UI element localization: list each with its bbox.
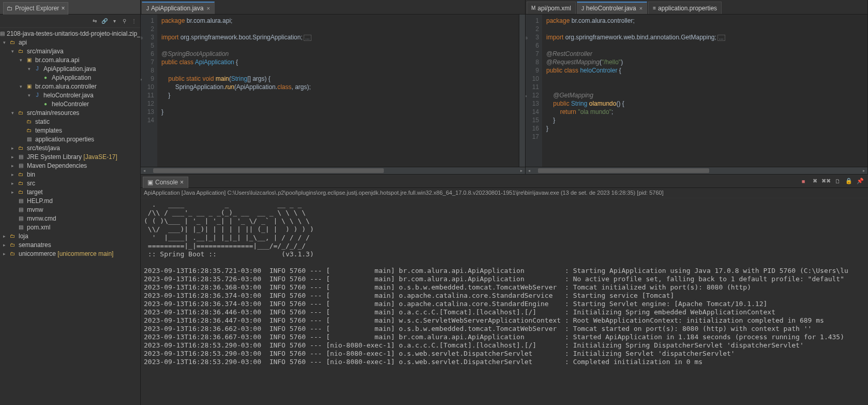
tree-item[interactable]: 🗀src/main/resources xyxy=(0,108,140,117)
expand-arrow-icon[interactable] xyxy=(8,110,17,115)
tree-item[interactable]: 🗀api xyxy=(0,38,140,47)
code-line[interactable] xyxy=(546,25,867,33)
expand-arrow-icon[interactable] xyxy=(17,57,25,63)
explorer-tab[interactable]: 🗀 Project Explorer × xyxy=(3,2,68,15)
code-right[interactable]: package br.com.alura.controller; import … xyxy=(542,15,867,167)
code-area-left[interactable]: 123⊕56789●1011121314 package br.com.alur… xyxy=(141,15,525,167)
close-icon[interactable]: × xyxy=(180,179,184,186)
tree-item[interactable]: 🗀src/main/java xyxy=(0,47,140,55)
tree-item[interactable]: ▤mvnw xyxy=(0,205,140,214)
code-line[interactable]: package br.com.alura.api; xyxy=(161,17,519,25)
code-line[interactable]: @SpringBootApplication xyxy=(161,50,519,58)
code-line[interactable]: public class heloControler { xyxy=(546,66,867,75)
expand-arrow-icon[interactable] xyxy=(25,66,33,71)
expand-arrow-icon[interactable] xyxy=(0,234,8,239)
hscroll-right[interactable]: ◂ ▸ xyxy=(526,167,867,174)
code-line[interactable]: public class ApiApplication { xyxy=(161,58,519,66)
tree-item[interactable]: 🗀src xyxy=(0,179,140,187)
console-tab[interactable]: ▣ Console × xyxy=(143,177,188,188)
code-left[interactable]: package br.com.alura.api; import org.spr… xyxy=(157,15,519,167)
expand-arrow-icon[interactable] xyxy=(0,251,8,256)
pin-console-icon[interactable]: 📌 xyxy=(856,177,865,186)
expand-arrow-icon[interactable] xyxy=(0,40,8,45)
collapse-all-icon[interactable]: ⇆ xyxy=(91,17,99,25)
expand-arrow-icon[interactable] xyxy=(8,49,17,54)
expand-arrow-icon[interactable] xyxy=(17,84,25,89)
tree-item[interactable]: ▤JRE System Library [JavaSE-17] xyxy=(0,152,140,161)
code-line[interactable]: } xyxy=(546,116,867,124)
code-line[interactable] xyxy=(161,25,519,33)
tree-item[interactable]: 🗀static xyxy=(0,117,140,126)
tree-item[interactable]: 🗀target xyxy=(0,187,140,196)
tree-item[interactable]: ▤2108-java-testes-unitarios-tdd-projeto-… xyxy=(0,29,140,38)
code-line[interactable]: @GetMapping xyxy=(546,91,867,99)
editor-tab[interactable]: JApiApplication.java× xyxy=(142,2,215,14)
tree-item[interactable]: JheloControler.java xyxy=(0,91,140,99)
scroll-left-icon[interactable]: ◂ xyxy=(526,167,533,175)
expand-arrow-icon[interactable] xyxy=(25,93,33,98)
tree-item[interactable]: ▤Maven Dependencies xyxy=(0,161,140,170)
code-line[interactable]: } xyxy=(546,124,867,133)
tree-item[interactable]: ●ApiApplication xyxy=(0,73,140,82)
tree-item[interactable]: ●heloControler xyxy=(0,99,140,108)
code-line[interactable]: @RestController xyxy=(546,50,867,58)
scroll-lock-icon[interactable]: 🔒 xyxy=(844,177,854,186)
hscroll-left[interactable]: ◂ ▸ xyxy=(141,167,525,174)
menu-icon[interactable]: ⋮ xyxy=(130,17,138,25)
code-line[interactable] xyxy=(546,75,867,83)
tree-item[interactable]: ▤HELP.md xyxy=(0,196,140,205)
expand-arrow-icon[interactable] xyxy=(8,163,17,168)
code-line[interactable] xyxy=(546,41,867,50)
code-line[interactable]: SpringApplication.run(ApiApplication.cla… xyxy=(161,83,519,91)
code-line[interactable]: } xyxy=(161,91,519,99)
filter-icon[interactable]: ▾ xyxy=(110,17,118,25)
close-icon[interactable]: × xyxy=(206,5,209,11)
code-line[interactable]: public String olamundo() { xyxy=(546,99,867,108)
code-line[interactable] xyxy=(161,41,519,50)
clear-console-icon[interactable]: 🗋 xyxy=(833,177,842,186)
tree-item[interactable]: ▤pom.xml xyxy=(0,223,140,232)
tree-item[interactable]: 🗀unicommerce [unicommerce main] xyxy=(0,249,140,258)
editor-tab[interactable]: JheloControler.java× xyxy=(577,2,647,14)
expand-arrow-icon[interactable] xyxy=(8,172,17,177)
tree-item[interactable]: 🗀templates xyxy=(0,126,140,135)
editor-tab[interactable]: ≡application.properties xyxy=(648,2,722,14)
console-output[interactable]: . ____ _ __ _ _ /\\ / ___'_ __ _ _(_)_ _… xyxy=(141,198,868,405)
code-line[interactable] xyxy=(546,83,867,91)
code-line[interactable] xyxy=(161,66,519,75)
expand-arrow-icon[interactable] xyxy=(8,181,17,186)
expand-arrow-icon[interactable] xyxy=(8,190,17,195)
code-line[interactable]: public static void main(String[] args) { xyxy=(161,75,519,83)
remove-launch-icon[interactable]: ✖ xyxy=(810,177,819,186)
code-line[interactable] xyxy=(161,99,519,108)
code-line[interactable]: import org.springframework.boot.SpringAp… xyxy=(161,33,519,41)
expand-arrow-icon[interactable] xyxy=(8,146,17,151)
scroll-thumb[interactable] xyxy=(538,168,709,173)
code-line[interactable]: import org.springframework.web.bind.anno… xyxy=(546,33,867,41)
code-line[interactable]: @RequestMapping("/hello") xyxy=(546,58,867,66)
code-line[interactable]: package br.com.alura.controller; xyxy=(546,17,867,25)
expand-arrow-icon[interactable] xyxy=(8,154,17,160)
project-tree[interactable]: ▤2108-java-testes-unitarios-tdd-projeto-… xyxy=(0,28,140,405)
focus-icon[interactable]: ⚲ xyxy=(120,17,128,25)
scroll-right-icon[interactable]: ▸ xyxy=(518,167,525,175)
tree-item[interactable]: 🗀semanatres xyxy=(0,240,140,249)
close-icon[interactable]: × xyxy=(61,5,65,12)
code-line[interactable]: } xyxy=(161,108,519,116)
code-line[interactable]: return "ola mundo"; xyxy=(546,108,867,116)
editor-tab[interactable]: Mapi/pom.xml xyxy=(527,2,576,14)
remove-all-icon[interactable]: ✖✖ xyxy=(821,177,831,186)
link-editor-icon[interactable]: 🔗 xyxy=(100,17,109,25)
tree-item[interactable]: 🗀bin xyxy=(0,170,140,179)
scroll-thumb[interactable] xyxy=(153,168,384,173)
expand-arrow-icon[interactable] xyxy=(0,242,8,248)
close-icon[interactable]: × xyxy=(639,5,642,11)
tree-item[interactable]: 🗀src/test/java xyxy=(0,143,140,152)
code-line[interactable] xyxy=(546,133,867,141)
tree-item[interactable]: JApiApplication.java xyxy=(0,64,140,73)
tree-item[interactable]: ▣br.com.alura.controller xyxy=(0,82,140,91)
code-line[interactable] xyxy=(161,116,519,124)
tree-item[interactable]: ▣br.com.alura.api xyxy=(0,55,140,64)
terminate-icon[interactable]: ■ xyxy=(799,177,808,186)
code-area-right[interactable]: 123⊕6789101112●1314151617 package br.com… xyxy=(526,15,867,167)
